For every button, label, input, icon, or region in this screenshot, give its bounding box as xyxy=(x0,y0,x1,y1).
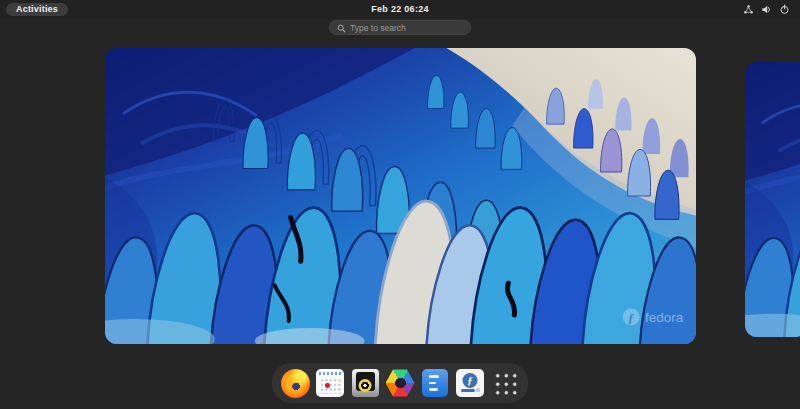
search-input[interactable] xyxy=(350,23,463,33)
dock-item-photos[interactable] xyxy=(385,368,415,398)
dock-item-fedora-media-writer[interactable]: ƒ xyxy=(455,368,485,398)
volume-icon xyxy=(761,4,772,15)
dock-item-files[interactable] xyxy=(420,368,450,398)
power-icon xyxy=(779,4,790,15)
show-apps-button[interactable] xyxy=(490,368,520,398)
fedora-watermark-text: fedora xyxy=(645,310,684,325)
workspace-current[interactable]: ƒ fedora xyxy=(105,48,696,344)
clock[interactable]: Feb 22 06:24 xyxy=(371,0,429,18)
fedora-media-writer-icon: ƒ xyxy=(456,369,484,397)
system-status-area[interactable] xyxy=(739,2,794,17)
wallpaper: ƒ fedora xyxy=(105,48,696,344)
fedora-watermark: ƒ fedora xyxy=(623,309,684,326)
firefox-icon xyxy=(281,369,310,398)
search-bar[interactable] xyxy=(329,20,471,35)
dock-item-firefox[interactable] xyxy=(280,368,310,398)
dock-item-calendar[interactable] xyxy=(315,368,345,398)
fedora-logo-icon: ƒ xyxy=(628,310,635,325)
dock-item-rhythmbox[interactable] xyxy=(350,368,380,398)
calendar-icon xyxy=(316,369,344,397)
rhythmbox-icon xyxy=(352,369,379,397)
activities-button[interactable]: Activities xyxy=(6,3,68,16)
top-bar: Activities Feb 22 06:24 xyxy=(0,0,800,18)
network-icon xyxy=(743,4,754,15)
wallpaper xyxy=(745,62,800,337)
search-icon xyxy=(337,19,346,37)
app-grid-icon xyxy=(493,371,518,396)
workspace-next[interactable] xyxy=(745,62,800,337)
dash: ƒ xyxy=(272,363,528,403)
files-icon xyxy=(422,369,448,397)
photos-icon xyxy=(386,369,415,397)
